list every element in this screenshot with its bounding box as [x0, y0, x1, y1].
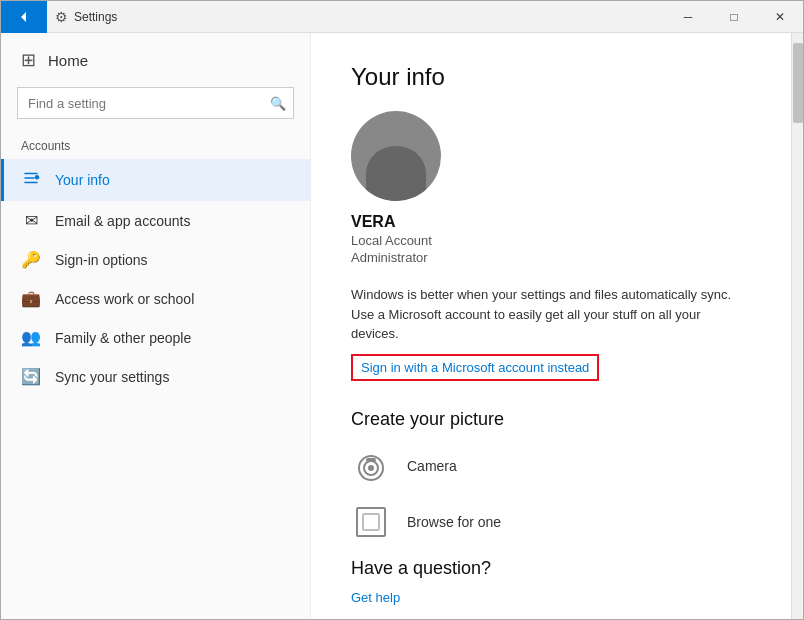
svg-rect-1	[24, 177, 35, 179]
work-icon: 💼	[21, 289, 41, 308]
scrollbar-thumb[interactable]	[793, 43, 803, 123]
close-button[interactable]: ✕	[757, 1, 803, 33]
sync-description: Windows is better when your settings and…	[351, 285, 751, 344]
maximize-button[interactable]: □	[711, 1, 757, 33]
sidebar-item-sync-settings[interactable]: 🔄 Sync your settings	[1, 357, 310, 396]
svg-rect-7	[366, 458, 376, 462]
avatar-silhouette	[366, 146, 426, 201]
svg-rect-0	[24, 173, 38, 175]
get-help-link[interactable]: Get help	[351, 590, 400, 605]
ms-signin-link[interactable]: Sign in with a Microsoft account instead	[351, 354, 599, 381]
scrollbar[interactable]	[791, 33, 803, 619]
settings-window: ⚙ Settings ─ □ ✕ ⊞ Home 🔍 Accounts	[0, 0, 804, 620]
minimize-button[interactable]: ─	[665, 1, 711, 33]
camera-icon	[351, 446, 391, 486]
user-role: Administrator	[351, 250, 751, 265]
titlebar: ⚙ Settings ─ □ ✕	[1, 1, 803, 33]
sync-icon: 🔄	[21, 367, 41, 386]
sidebar-your-info-label: Your info	[55, 172, 110, 188]
sidebar-item-your-info[interactable]: Your info	[1, 159, 310, 201]
sidebar-sync-label: Sync your settings	[55, 369, 169, 385]
svg-point-6	[368, 465, 374, 471]
sidebar-item-access-work-school[interactable]: 💼 Access work or school	[1, 279, 310, 318]
camera-option[interactable]: Camera	[351, 446, 751, 486]
sidebar-item-sign-in-options[interactable]: 🔑 Sign-in options	[1, 240, 310, 279]
sidebar-item-family-other-people[interactable]: 👥 Family & other people	[1, 318, 310, 357]
camera-label: Camera	[407, 458, 457, 474]
svg-rect-8	[357, 508, 385, 536]
window-title: Settings	[74, 10, 665, 24]
user-avatar	[351, 111, 441, 201]
have-question-heading: Have a question?	[351, 558, 751, 579]
home-icon: ⊞	[21, 49, 36, 71]
email-icon: ✉	[21, 211, 41, 230]
content-area: Your info VERA Local Account Administrat…	[311, 33, 791, 619]
window-controls: ─ □ ✕	[665, 1, 803, 33]
sidebar-family-label: Family & other people	[55, 330, 191, 346]
user-name: VERA	[351, 213, 751, 231]
main-layout: ⊞ Home 🔍 Accounts Your info ✉ Email & ap…	[1, 33, 803, 619]
search-input[interactable]	[17, 87, 294, 119]
sidebar-section-label: Accounts	[1, 131, 310, 159]
browse-option[interactable]: Browse for one	[351, 502, 751, 542]
browse-icon	[351, 502, 391, 542]
account-type: Local Account	[351, 233, 751, 248]
page-title: Your info	[351, 63, 751, 91]
sidebar-work-label: Access work or school	[55, 291, 194, 307]
create-picture-heading: Create your picture	[351, 409, 751, 430]
signin-icon: 🔑	[21, 250, 41, 269]
search-icon: 🔍	[270, 96, 286, 111]
settings-gear-icon: ⚙	[55, 9, 68, 25]
home-label: Home	[48, 52, 88, 69]
svg-rect-9	[363, 514, 379, 530]
sidebar-signin-label: Sign-in options	[55, 252, 148, 268]
browse-label: Browse for one	[407, 514, 501, 530]
svg-rect-2	[24, 182, 38, 184]
back-button[interactable]	[1, 1, 47, 33]
svg-point-3	[35, 175, 40, 180]
family-icon: 👥	[21, 328, 41, 347]
search-container: 🔍	[17, 87, 294, 119]
your-info-icon	[21, 169, 41, 191]
sidebar-item-email-app-accounts[interactable]: ✉ Email & app accounts	[1, 201, 310, 240]
sidebar-home-button[interactable]: ⊞ Home	[1, 33, 310, 87]
sidebar: ⊞ Home 🔍 Accounts Your info ✉ Email & ap…	[1, 33, 311, 619]
sidebar-email-label: Email & app accounts	[55, 213, 190, 229]
back-icon	[16, 9, 32, 25]
